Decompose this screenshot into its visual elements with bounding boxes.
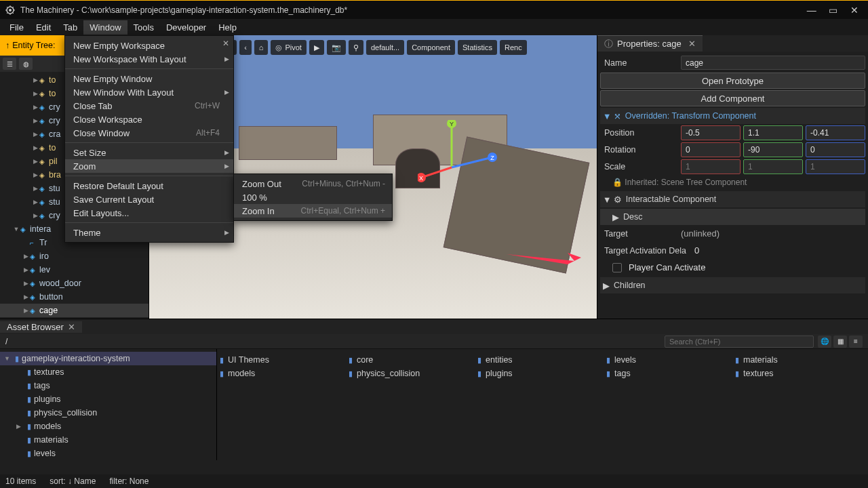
menu-item[interactable]: Close WindowAlt+F4 [65, 126, 233, 140]
menu-item[interactable]: 100 % [234, 190, 392, 204]
vp-camera-icon[interactable]: 📷 [327, 40, 346, 55]
menu-item[interactable]: New Empty Window [65, 72, 233, 85]
asset-folder[interactable]: ▮UI Themes [217, 353, 346, 367]
open-prototype-button[interactable]: Open Prototype [600, 73, 865, 89]
menu-file[interactable]: File [3, 20, 30, 35]
close-button[interactable]: ✕ [845, 5, 864, 16]
menu-item[interactable]: New Empty Workspace [65, 39, 233, 52]
name-label: Name [600, 58, 678, 68]
target-delay-value[interactable]: 0 [694, 245, 865, 256]
menu-help[interactable]: Help [212, 20, 243, 35]
menu-item[interactable]: New Window With Layout▶ [65, 85, 233, 99]
asset-tree-item[interactable]: ▮physics_collision [0, 406, 216, 420]
asset-tree-item[interactable]: ▶▮models [0, 420, 216, 433]
interactable-section[interactable]: ▼ ⚙ Interactable Component [600, 191, 865, 207]
asset-folder[interactable]: ▮levels [604, 353, 732, 367]
status-sort[interactable]: sort: ↓ Name [50, 476, 96, 486]
menu-item[interactable]: Set Size▶ [65, 146, 233, 159]
children-section[interactable]: ▶ Children [600, 277, 865, 293]
vp-back-icon[interactable]: ‹ [239, 40, 252, 55]
transform-section[interactable]: ▼ ⤧ Overridden: Transform Component [600, 108, 865, 124]
rotation-z[interactable]: 0 [806, 142, 865, 157]
rotation-y[interactable]: -90 [743, 142, 803, 157]
folder-icon: ▮ [27, 382, 31, 390]
vp-pin-icon[interactable]: ⚲ [349, 40, 363, 55]
asset-tree-item[interactable]: ▮materials [0, 433, 216, 447]
position-z[interactable]: -0.41 [806, 125, 865, 140]
menu-tab[interactable]: Tab [57, 20, 83, 35]
menu-item[interactable]: Close TabCtrl+W [65, 99, 233, 113]
menu-item[interactable]: Zoom InCtrl+Equal, Ctrl+Num + [234, 204, 392, 218]
vp-component-btn[interactable]: Component [407, 40, 455, 55]
player-activate-checkbox[interactable] [612, 263, 622, 272]
asset-folder[interactable]: ▮models [217, 367, 346, 380]
scale-y[interactable]: 1 [743, 159, 803, 174]
menu-item[interactable]: Save Current Layout [65, 192, 233, 206]
asset-tree-item[interactable]: ▼▮gameplay-interaction-system [0, 352, 216, 365]
tree-item[interactable]: ▶◈wood_door [0, 277, 149, 290]
close-icon[interactable]: ✕ [688, 39, 696, 49]
status-filter[interactable]: filter: None [109, 476, 149, 486]
tree-item[interactable]: ▶◈cage [0, 304, 149, 317]
target-value[interactable]: (unlinked) [681, 228, 865, 239]
filter-icon[interactable]: ≡ [849, 336, 863, 348]
asset-tree-item[interactable]: ▮plugins [0, 392, 216, 406]
asset-folder[interactable]: ▮materials [732, 353, 861, 367]
status-items: 10 items [5, 476, 36, 486]
vp-pivot[interactable]: ◎ Pivot [271, 40, 306, 55]
asset-folder[interactable]: ▮core [346, 353, 475, 367]
menu-item[interactable]: Zoom▶ [65, 159, 233, 173]
folder-icon: ▮ [735, 356, 739, 365]
app-icon [4, 4, 16, 16]
menu-item[interactable]: New Workspace With Layout▶ [65, 52, 233, 66]
vp-play-icon[interactable]: ▶ [309, 40, 324, 55]
asset-tree-item[interactable]: ▮levels [0, 447, 216, 460]
asset-search-input[interactable] [665, 336, 814, 348]
scale-z[interactable]: 1 [806, 159, 865, 174]
close-icon[interactable]: ✕ [68, 322, 75, 332]
menu-item[interactable]: Close Workspace [65, 113, 233, 126]
name-field[interactable] [681, 56, 865, 70]
grid-view-icon[interactable]: ▦ [833, 336, 847, 348]
minimize-button[interactable]: — [802, 5, 821, 16]
vp-statistics-btn[interactable]: Statistics [458, 40, 497, 55]
add-component-button[interactable]: Add Component [600, 90, 865, 106]
asset-folder[interactable]: ▮entities [475, 353, 604, 367]
menu-edit[interactable]: Edit [30, 20, 57, 35]
tree-item[interactable]: ▶◈button [0, 290, 149, 304]
maximize-button[interactable]: ▭ [823, 5, 842, 16]
properties-tab[interactable]: ⓘ Properties: cage ✕ [597, 35, 703, 52]
menu-item[interactable]: Restore Default Layout [65, 179, 233, 192]
menu-item[interactable]: Zoom OutCtrl+Minus, Ctrl+Num - [234, 177, 392, 190]
vp-home-icon[interactable]: ⌂ [254, 40, 269, 55]
menu-window[interactable]: Window [83, 20, 127, 35]
menu-developer[interactable]: Developer [160, 20, 212, 35]
vp-default-dropdown[interactable]: default... [366, 40, 404, 55]
asset-tree-item[interactable]: ▮textures [0, 365, 216, 379]
svg-point-1 [9, 9, 12, 12]
vp-render-btn[interactable]: Renc [500, 40, 527, 55]
asset-folder[interactable]: ▮tags [604, 367, 732, 380]
position-y[interactable]: 1.1 [743, 125, 803, 140]
menu-tools[interactable]: Tools [127, 20, 160, 35]
folder-icon: ▮ [27, 449, 31, 458]
menu-item[interactable]: Edit Layouts... [65, 206, 233, 220]
asset-browser-tab[interactable]: Asset Browser ✕ [0, 321, 82, 333]
tree-tool-menu[interactable]: ☰ [3, 58, 16, 70]
status-bar: 10 items sort: ↓ Name filter: None [0, 474, 868, 488]
scale-x[interactable]: 1 [681, 159, 741, 174]
menu-item[interactable]: Theme▶ [65, 226, 233, 239]
globe-icon[interactable]: 🌐 [818, 336, 831, 348]
desc-row[interactable]: ▶ Desc [600, 209, 865, 225]
tree-item[interactable]: ▶◈lev [0, 263, 149, 277]
asset-folder[interactable]: ▮textures [732, 367, 861, 380]
menu-bar: FileEditTabWindowToolsDeveloperHelp [0, 19, 868, 35]
asset-folder[interactable]: ▮plugins [475, 367, 604, 380]
folder-icon: ▮ [349, 356, 353, 365]
rotation-x[interactable]: 0 [681, 142, 741, 157]
asset-folder[interactable]: ▮physics_collision [346, 367, 475, 380]
position-x[interactable]: -0.5 [681, 125, 741, 140]
tree-tool-cube[interactable]: ◍ [19, 58, 33, 70]
asset-tree-item[interactable]: ▮tags [0, 379, 216, 392]
tree-item[interactable]: ▶◈iro [0, 249, 149, 263]
